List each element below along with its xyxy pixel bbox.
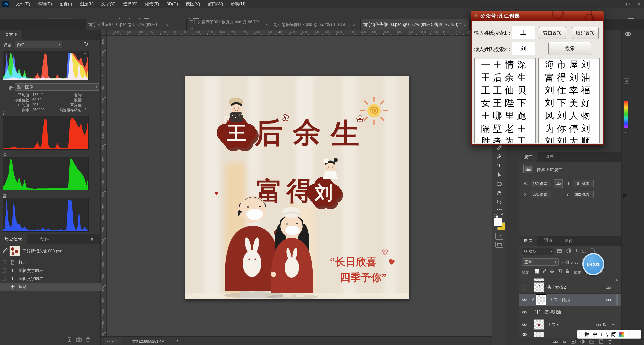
history-item-edit-text-1[interactable]: T 编辑文字图层 <box>0 266 101 275</box>
ime-simplified-icon[interactable]: 简 <box>611 330 616 338</box>
visibility-eye-icon[interactable] <box>522 298 527 302</box>
visibility-eye-icon[interactable] <box>522 310 527 314</box>
panel-menu-icon[interactable]: ≡ <box>613 154 616 160</box>
edit-toolbar-icon[interactable]: ••• <box>496 206 503 213</box>
visibility-toggle-empty[interactable] <box>522 285 526 290</box>
result-item[interactable]: 隔壁老王 <box>475 122 535 135</box>
filter-shape-icon[interactable] <box>582 248 587 253</box>
history-item-open[interactable]: 打开 <box>0 258 101 266</box>
new-group-icon[interactable] <box>589 340 594 344</box>
filter-smart-object-icon[interactable] <box>590 248 595 253</box>
layer-row-3[interactable]: 图层 3 fx ▾ <box>519 318 621 331</box>
result-item[interactable]: 王王仙贝 <box>475 84 535 97</box>
menu-item-10[interactable]: 帮助(H) <box>227 1 249 6</box>
channel-dropdown[interactable]: 颜色▾ <box>15 41 62 48</box>
type-tool-icon[interactable]: T <box>496 162 503 169</box>
scroll-up-icon[interactable]: ▲ <box>615 278 618 281</box>
menu-item-4[interactable]: 文字(Y) <box>97 1 119 6</box>
tab-close-icon[interactable]: ✕ <box>464 23 466 27</box>
window-minimize-button[interactable]: — <box>612 0 623 8</box>
y-field[interactable]: 382 像素 <box>573 191 594 198</box>
result-item[interactable]: 王后余生 <box>475 71 535 84</box>
width-field[interactable]: 152 像素 <box>531 180 551 187</box>
ime-skin-icon[interactable] <box>619 332 624 337</box>
new-snapshot-icon[interactable] <box>76 337 82 342</box>
ime-drag-handle-icon[interactable] <box>579 332 581 337</box>
link-layers-icon[interactable] <box>553 340 558 343</box>
menu-item-3[interactable]: 图层(L) <box>76 1 97 6</box>
results-list-2[interactable]: 海市屋刘富得刘油刘住幸福刘下美好风刘人物为你停刘刘刘大顺 <box>538 58 600 143</box>
result-item[interactable]: 刘刘大顺 <box>539 135 599 143</box>
layer-row-selected-copy[interactable]: 图层 5 拷贝 <box>519 294 621 306</box>
result-item[interactable]: 一王情深 <box>475 58 535 71</box>
result-item[interactable]: 女王陛下 <box>475 97 535 109</box>
x-field[interactable]: 581 像素 <box>531 191 551 198</box>
layer-row-text[interactable]: T 富得刘油 <box>519 306 621 318</box>
quick-mask-button[interactable] <box>495 233 503 240</box>
hand-tool-icon[interactable] <box>496 189 503 197</box>
menu-item-5[interactable]: 选择(S) <box>119 1 141 6</box>
fx-badge[interactable]: fx <box>603 322 606 327</box>
collapsed-panels-icon[interactable] <box>625 32 631 36</box>
channels-tab[interactable]: 通道 <box>539 236 557 246</box>
document-tab-3[interactable]: 司泞情侣头像002.psd @ 66.7% ( 1, RGB...✕ <box>271 19 361 30</box>
ellipse-tool-icon[interactable] <box>496 180 503 188</box>
result-item[interactable]: 王哪里跑 <box>475 109 535 122</box>
document-tab-4-active[interactable]: 司泞情侣头像003.psd @ 66.7% (图层 5 拷贝, RGB/8) *… <box>361 19 470 30</box>
visibility-eye-icon[interactable] <box>522 323 527 327</box>
add-adjustment-icon[interactable] <box>580 339 585 344</box>
eyedropper-tool-icon[interactable] <box>496 144 503 151</box>
history-panel-tab[interactable]: 历史记录 <box>0 234 27 244</box>
filter-type-icon[interactable]: T <box>575 248 578 253</box>
layers-tab[interactable]: 图层 <box>519 236 537 246</box>
unpin-window-button[interactable]: 取消置顶 <box>572 27 599 39</box>
foreground-color-swatch[interactable] <box>494 218 502 226</box>
search1-input[interactable]: 王 <box>512 26 535 39</box>
window-restore-button[interactable]: ▢ <box>623 0 633 8</box>
status-chevron-icon[interactable]: › <box>177 338 178 343</box>
actions-panel-tab[interactable]: 动作 <box>36 234 54 244</box>
menu-item-0[interactable]: 文件(F) <box>12 1 34 6</box>
history-snapshot-row[interactable]: 司泞情侣头像 003.psd <box>0 245 101 257</box>
result-item[interactable]: 刘住幸福 <box>539 84 599 97</box>
blend-mode-dropdown[interactable]: 正常▾ <box>522 258 559 266</box>
lock-transparency-icon[interactable] <box>535 269 539 274</box>
tab-close-icon[interactable]: ✕ <box>165 23 168 27</box>
menu-item-9[interactable]: 窗口(W) <box>204 1 227 6</box>
tab-close-icon[interactable]: ✕ <box>265 23 268 27</box>
histogram-panel-tab[interactable]: 直方图 <box>0 30 22 40</box>
result-item[interactable]: 海市屋刘 <box>539 58 599 71</box>
result-item[interactable]: 胜者为王 <box>475 135 535 143</box>
lock-position-icon[interactable] <box>550 269 554 274</box>
histogram-warning-icon[interactable]: ⚠ <box>83 51 87 56</box>
filter-pixel-icon[interactable] <box>557 248 562 253</box>
results-list-1[interactable]: 一王情深王后余生王王仙贝女王陛下王哪里跑隔壁老王胜者为王 <box>474 58 536 143</box>
properties-tab[interactable]: 属性 <box>519 152 537 162</box>
color-spectrum-strip[interactable] <box>624 101 628 128</box>
search2-input[interactable]: 刘 <box>512 42 535 55</box>
document-tab-2[interactable]: 司泞头像亲子001-恢复的.psd @ 66.7% ...✕ <box>187 19 271 30</box>
ime-punctuation-icon[interactable]: ’, <box>606 330 608 338</box>
result-item[interactable]: 富得刘油 <box>539 71 599 84</box>
new-document-from-state-icon[interactable] <box>67 337 72 342</box>
lock-artboard-icon[interactable] <box>557 269 562 274</box>
height-field[interactable]: 181 像素 <box>573 180 594 187</box>
delete-layer-icon[interactable] <box>608 339 612 344</box>
ime-toolbar[interactable]: 拼 中 ♪ ’, 简 ⋮ <box>577 330 641 339</box>
panel-menu-icon[interactable]: ≡ <box>613 238 616 244</box>
search-button[interactable]: 搜索 <box>548 42 591 55</box>
adjustments-tab[interactable]: 调整 <box>541 152 559 162</box>
history-item-edit-text-2[interactable]: T 编辑文字图层 <box>0 275 101 283</box>
zoom-tool-icon[interactable] <box>496 198 503 206</box>
ime-chinese-icon[interactable]: 中 <box>593 330 598 338</box>
panel-menu-icon[interactable]: ≡ <box>91 236 94 242</box>
fx-collapse-icon[interactable]: ▾ <box>612 323 614 326</box>
menu-item-7[interactable]: 3D(D) <box>163 1 182 6</box>
menu-item-8[interactable]: 视图(V) <box>182 1 204 6</box>
zoom-level-field[interactable]: 66.67% <box>104 338 122 344</box>
layer-filter-dropdown[interactable]: 类型 ▾ <box>522 248 554 255</box>
tab-close-icon[interactable]: ✕ <box>353 23 356 27</box>
link-dimensions-button[interactable] <box>554 179 563 188</box>
refresh-icon[interactable]: ↻ <box>84 41 88 47</box>
document-canvas[interactable]: 王 后 余 生 <box>185 76 409 299</box>
